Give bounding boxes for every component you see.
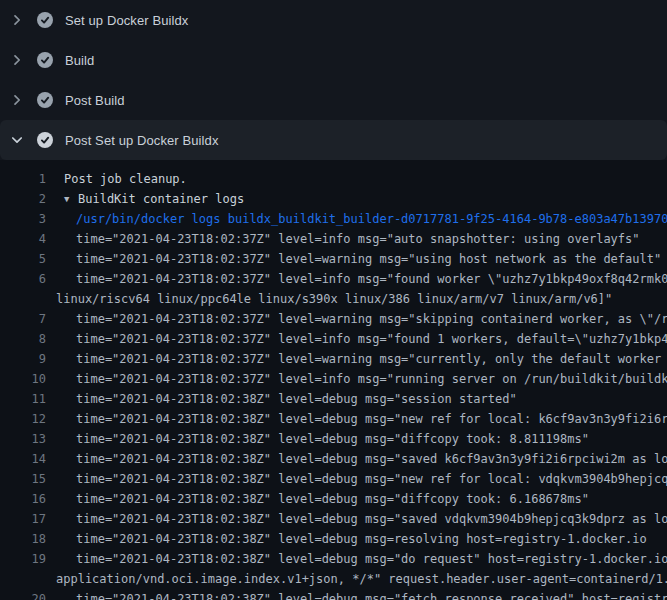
log-line-number[interactable]: 10 [0,369,46,389]
log-line-number[interactable]: 18 [0,529,46,549]
step-row-post-build[interactable]: Post Build [0,80,667,120]
check-circle-icon [37,92,53,108]
log-line: 10 ▼ time="2021-04-23T18:02:37Z" level=i… [0,369,667,389]
actions-log-viewer: Set up Docker Buildx Build Post Build Po… [0,0,667,600]
log-line-number[interactable]: 13 [0,429,46,449]
log-line-number[interactable]: 2 [0,189,46,209]
log-line: 3 ▼ /usr/bin/docker logs buildx_buildkit… [0,209,667,229]
log-line-text: BuildKit container logs [78,189,244,209]
step-row-build[interactable]: Build [0,40,667,80]
log-line-number[interactable]: 17 [0,509,46,529]
log-line-number[interactable]: 4 [0,229,46,249]
log-line-number[interactable]: 16 [0,489,46,509]
log-line: 12 ▼ time="2021-04-23T18:02:38Z" level=d… [0,409,667,429]
log-line-text: Post job cleanup. [64,169,187,189]
log-line: 13 ▼ time="2021-04-23T18:02:38Z" level=d… [0,429,667,449]
log-line-text: time="2021-04-23T18:02:38Z" level=debug … [76,409,667,429]
log-line-text: /usr/bin/docker logs buildx_buildkit_bui… [76,209,667,229]
log-line-text: time="2021-04-23T18:02:38Z" level=debug … [76,509,667,529]
log-line-text: time="2021-04-23T18:02:38Z" level=debug … [76,529,647,549]
log-line-text: time="2021-04-23T18:02:37Z" level=warnin… [76,309,667,329]
log-line-text: time="2021-04-23T18:02:38Z" level=debug … [76,429,589,449]
steps-list: Set up Docker Buildx Build Post Build Po… [0,0,667,160]
log-line: 4 ▼ time="2021-04-23T18:02:37Z" level=in… [0,229,667,249]
log-line-number[interactable] [0,289,46,309]
log-line: 11 ▼ time="2021-04-23T18:02:38Z" level=d… [0,389,667,409]
log-line: ▼ application/vnd.oci.image.index.v1+jso… [0,569,667,589]
log-line-text: time="2021-04-23T18:02:37Z" level=info m… [76,369,667,389]
step-label: Post Set up Docker Buildx [65,133,219,148]
chevron-icon[interactable] [9,52,25,68]
log-line: 17 ▼ time="2021-04-23T18:02:38Z" level=d… [0,509,667,529]
log-line: 5 ▼ time="2021-04-23T18:02:37Z" level=wa… [0,249,667,269]
log-line: 8 ▼ time="2021-04-23T18:02:37Z" level=in… [0,329,667,349]
log-line-number[interactable]: 12 [0,409,46,429]
log-line: 20 ▼ time="2021-04-23T18:02:38Z" level=d… [0,589,667,600]
log-line-number[interactable]: 1 [0,169,46,189]
log-line-text: time="2021-04-23T18:02:38Z" level=debug … [76,469,667,489]
log-line-number[interactable]: 3 [0,209,46,229]
check-circle-icon [37,12,53,28]
log-line-text: application/vnd.oci.image.index.v1+json,… [56,569,667,589]
step-row-post-set-up-docker-buildx[interactable]: Post Set up Docker Buildx [0,120,667,160]
log-line-text: time="2021-04-23T18:02:38Z" level=debug … [76,449,667,469]
group-toggle-icon[interactable]: ▼ [64,189,78,209]
log-line-text: linux/riscv64 linux/ppc64le linux/s390x … [56,289,612,309]
log-line-number[interactable]: 19 [0,549,46,569]
log-line-text: time="2021-04-23T18:02:37Z" level=warnin… [76,249,661,269]
log-area: 1 ▼ Post job cleanup. 2 ▼ BuildKit conta… [0,160,667,600]
log-line: 9 ▼ time="2021-04-23T18:02:37Z" level=wa… [0,349,667,369]
log-line-number[interactable] [0,569,46,589]
check-circle-icon [37,132,53,148]
chevron-right-icon [9,12,25,28]
log-line: 14 ▼ time="2021-04-23T18:02:38Z" level=d… [0,449,667,469]
log-line: 19 ▼ time="2021-04-23T18:02:38Z" level=d… [0,549,667,569]
log-line: 2 ▼ BuildKit container logs [0,189,667,209]
log-line-text: time="2021-04-23T18:02:38Z" level=debug … [76,389,517,409]
chevron-icon[interactable] [9,12,25,28]
check-circle-icon [37,52,53,68]
log-line: 16 ▼ time="2021-04-23T18:02:38Z" level=d… [0,489,667,509]
log-line-number[interactable]: 5 [0,249,46,269]
step-row-set-up-docker-buildx[interactable]: Set up Docker Buildx [0,0,667,40]
log-line-number[interactable]: 8 [0,329,46,349]
log-line-number[interactable]: 7 [0,309,46,329]
log-line: 18 ▼ time="2021-04-23T18:02:38Z" level=d… [0,529,667,549]
log-line-text: time="2021-04-23T18:02:38Z" level=debug … [76,489,589,509]
log-line: ▼ linux/riscv64 linux/ppc64le linux/s390… [0,289,667,309]
step-label: Set up Docker Buildx [65,13,188,28]
log-line-number[interactable]: 14 [0,449,46,469]
log-line-number[interactable]: 20 [0,589,46,600]
log-line-number[interactable]: 6 [0,269,46,289]
log-line: 6 ▼ time="2021-04-23T18:02:37Z" level=in… [0,269,667,289]
log-line-text: time="2021-04-23T18:02:38Z" level=debug … [76,549,667,569]
log-line-text: time="2021-04-23T18:02:37Z" level=info m… [76,229,640,249]
chevron-right-icon [9,92,25,108]
log-line-text: time="2021-04-23T18:02:37Z" level=info m… [76,329,667,349]
chevron-icon[interactable] [9,92,25,108]
chevron-icon[interactable] [9,132,25,148]
log-line-number[interactable]: 9 [0,349,46,369]
log-line-text: time="2021-04-23T18:02:37Z" level=warnin… [76,349,667,369]
log-line-number[interactable]: 15 [0,469,46,489]
log-line-text: time="2021-04-23T18:02:37Z" level=info m… [76,269,667,289]
chevron-right-icon [9,52,25,68]
log-line-text: time="2021-04-23T18:02:38Z" level=debug … [76,589,667,600]
log-line-number[interactable]: 11 [0,389,46,409]
log-line: 15 ▼ time="2021-04-23T18:02:38Z" level=d… [0,469,667,489]
step-label: Build [65,53,94,68]
log-line: 1 ▼ Post job cleanup. [0,169,667,189]
chevron-down-icon [9,132,25,148]
step-label: Post Build [65,93,125,108]
log-line: 7 ▼ time="2021-04-23T18:02:37Z" level=wa… [0,309,667,329]
